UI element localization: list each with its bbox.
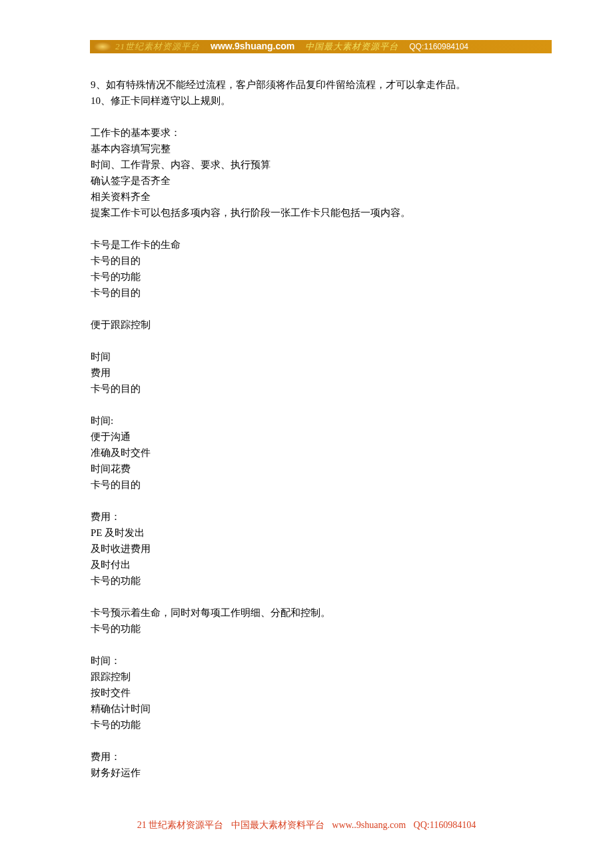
blank-line	[91, 733, 525, 749]
body-line: 卡号的目的	[91, 253, 525, 269]
document-body: 9、如有特殊情况不能经过流程，客户部须将作品复印件留给流程，才可以拿走作品。 1…	[91, 77, 525, 781]
blank-line	[91, 589, 525, 605]
body-line: 费用	[91, 365, 525, 381]
document-page: 21世纪素材资源平台 www.9shuang.com 中国最大素材资源平台 QQ…	[0, 0, 613, 868]
logo-icon	[94, 42, 111, 51]
header-banner: 21世纪素材资源平台 www.9shuang.com 中国最大素材资源平台 QQ…	[90, 40, 552, 53]
blank-line	[91, 301, 525, 317]
header-tagline: 中国最大素材资源平台	[305, 41, 398, 53]
body-line: 确认签字是否齐全	[91, 173, 525, 189]
blank-line	[91, 397, 525, 413]
body-line: 时间花费	[91, 461, 525, 477]
body-line: PE 及时发出	[91, 525, 525, 541]
blank-line	[91, 333, 525, 349]
footer-tagline: 中国最大素材资料平台	[231, 820, 324, 830]
footer-brand: 21 世纪素材资源平台	[137, 820, 224, 830]
body-line: 卡号的功能	[91, 621, 525, 637]
body-line: 卡号是工作卡的生命	[91, 237, 525, 253]
body-line: 时间	[91, 349, 525, 365]
body-line: 卡号的目的	[91, 285, 525, 301]
blank-line	[91, 493, 525, 509]
body-line: 时间:	[91, 413, 525, 429]
body-line: 便于沟通	[91, 429, 525, 445]
body-line: 卡号的功能	[91, 269, 525, 285]
body-line: 费用：	[91, 749, 525, 765]
body-line: 工作卡的基本要求：	[91, 125, 525, 141]
body-line: 准确及时交件	[91, 445, 525, 461]
body-line: 卡号的目的	[91, 381, 525, 397]
footer-url: www..9shuang.com	[332, 820, 406, 830]
body-line: 财务好运作	[91, 765, 525, 781]
blank-line	[91, 221, 525, 237]
footer: 21 世纪素材资源平台 中国最大素材资料平台 www..9shuang.com …	[0, 819, 613, 831]
header-url: www.9shuang.com	[211, 41, 295, 51]
body-line: 精确估计时间	[91, 701, 525, 717]
footer-qq: QQ:1160984104	[414, 820, 476, 830]
body-line: 卡号预示着生命，同时对每项工作明细、分配和控制。	[91, 605, 525, 621]
body-line: 10、修正卡同样遵守以上规则。	[91, 93, 525, 109]
header-text-group: 21世纪素材资源平台 www.9shuang.com 中国最大素材资源平台 QQ…	[115, 41, 468, 53]
body-line: 基本内容填写完整	[91, 141, 525, 157]
body-line: 便于跟踪控制	[91, 317, 525, 333]
body-line: 卡号的功能	[91, 573, 525, 589]
header-qq: QQ:1160984104	[409, 42, 468, 51]
body-line: 跟踪控制	[91, 669, 525, 685]
body-line: 按时交件	[91, 685, 525, 701]
body-line: 费用：	[91, 509, 525, 525]
body-line: 时间：	[91, 653, 525, 669]
body-line: 卡号的目的	[91, 477, 525, 493]
body-line: 9、如有特殊情况不能经过流程，客户部须将作品复印件留给流程，才可以拿走作品。	[91, 77, 525, 93]
body-line: 卡号的功能	[91, 717, 525, 733]
blank-line	[91, 637, 525, 653]
body-line: 及时收进费用	[91, 541, 525, 557]
body-line: 及时付出	[91, 557, 525, 573]
body-line: 相关资料齐全	[91, 189, 525, 205]
body-line: 提案工作卡可以包括多项内容，执行阶段一张工作卡只能包括一项内容。	[91, 205, 525, 221]
blank-line	[91, 109, 525, 125]
header-brand: 21世纪素材资源平台	[115, 41, 200, 53]
body-line: 时间、工作背景、内容、要求、执行预算	[91, 157, 525, 173]
